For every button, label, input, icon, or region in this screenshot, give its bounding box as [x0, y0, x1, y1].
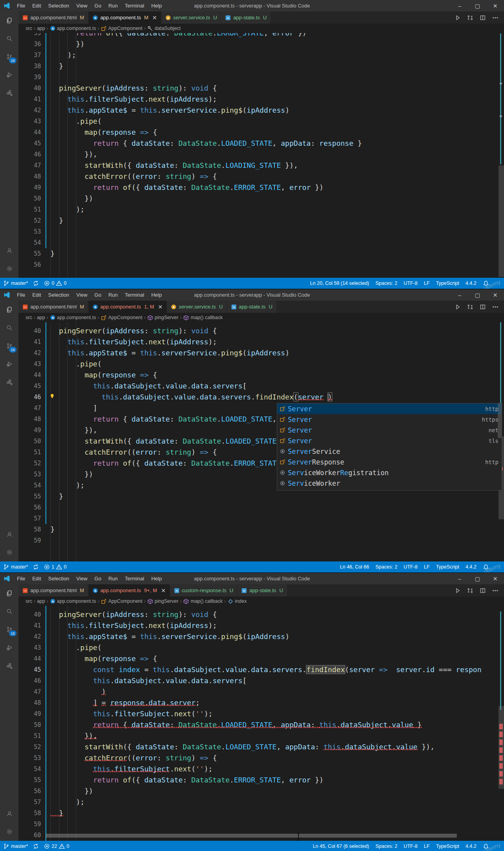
problems-indicator[interactable]: 220 — [44, 843, 69, 849]
activitybar-account-icon[interactable] — [0, 525, 19, 543]
activitybar-settings-gear-icon[interactable] — [0, 260, 19, 278]
breadcrumb-item-datasubject[interactable]: dataSubject — [147, 26, 181, 32]
activitybar-source-control-icon[interactable]: 15 — [0, 621, 19, 639]
split-editor-icon[interactable] — [480, 15, 486, 21]
breadcrumb-item-index[interactable]: index — [228, 598, 247, 604]
run-icon[interactable] — [454, 304, 461, 310]
restore-button[interactable]: ▢ — [469, 0, 486, 11]
suggest-item[interactable]: Servernet — [277, 425, 502, 435]
menu-item-help[interactable]: Help — [148, 3, 165, 9]
breadcrumb-item-appcomponent[interactable]: AppComponent — [101, 26, 143, 32]
suggest-item[interactable]: Serverhttp — [277, 403, 502, 414]
minimize-button[interactable]: – — [451, 289, 469, 301]
open-changes-icon[interactable] — [467, 587, 473, 594]
menu-item-terminal[interactable]: Terminal — [121, 3, 148, 9]
breadcrumb-item-map-callback[interactable]: map() callback — [183, 315, 222, 321]
close-button[interactable]: ✕ — [486, 573, 504, 584]
menu-item-run[interactable]: Run — [105, 3, 121, 9]
code-editor[interactable]: 35 return of({ dataState: DataState.ERRO… — [19, 33, 504, 278]
status-cursor-position[interactable]: Ln 46, Col 66 — [340, 564, 369, 570]
activitybar-run-debug-icon[interactable] — [0, 355, 19, 373]
tab-close-icon[interactable]: ✕ — [158, 304, 163, 310]
more-actions-icon[interactable] — [492, 587, 498, 594]
breadcrumb-item-src[interactable]: src — [26, 315, 32, 320]
status-eol-sequence[interactable]: LF — [424, 281, 430, 286]
branch-indicator[interactable]: master* — [3, 280, 28, 286]
bell-icon[interactable] — [483, 564, 489, 570]
tab-custom-response.ts[interactable]: tscustom-response.tsU — [170, 584, 237, 596]
run-icon[interactable] — [454, 15, 461, 21]
tab-server.service.ts[interactable]: Aserver.service.tsU — [167, 301, 227, 313]
breadcrumb-item-app[interactable]: app — [37, 26, 45, 31]
status-eol-sequence[interactable]: LF — [424, 844, 430, 849]
menu-item-terminal[interactable]: Terminal — [121, 292, 148, 298]
branch-indicator[interactable]: master* — [3, 564, 28, 570]
status-ts-version[interactable]: 4.4.2 — [465, 844, 476, 849]
activitybar-extensions-icon[interactable] — [0, 657, 19, 675]
status-language-mode[interactable]: TypeScript — [436, 844, 459, 849]
status-language-mode[interactable]: TypeScript — [436, 281, 459, 286]
sync-button[interactable] — [33, 564, 39, 570]
breadcrumb-item-pingserver[interactable]: pingServer — [147, 598, 178, 604]
activitybar-account-icon[interactable] — [0, 242, 19, 260]
menu-item-run[interactable]: Run — [105, 576, 121, 582]
activitybar-settings-gear-icon[interactable] — [0, 823, 19, 841]
breadcrumb-item-appcomponent[interactable]: AppComponent — [101, 598, 143, 604]
minimize-button[interactable]: – — [451, 573, 469, 584]
activitybar-files-icon[interactable] — [0, 584, 19, 602]
menu-item-go[interactable]: Go — [91, 576, 105, 582]
status-encoding[interactable]: UTF-8 — [404, 844, 417, 849]
problems-indicator[interactable]: 00 — [44, 280, 67, 286]
tab-close-icon[interactable]: ✕ — [161, 587, 166, 594]
status-cursor-position[interactable]: Ln 45, Col 67 (6 selected) — [313, 844, 369, 849]
activitybar-account-icon[interactable] — [0, 805, 19, 823]
menu-item-help[interactable]: Help — [148, 292, 165, 298]
menu-item-file[interactable]: File — [13, 3, 29, 9]
breadcrumb-item-app[interactable]: app — [37, 315, 45, 320]
vertical-scrollbar[interactable] — [498, 706, 504, 789]
minimize-button[interactable]: – — [451, 0, 469, 11]
open-changes-icon[interactable] — [467, 15, 473, 21]
menu-item-view[interactable]: View — [73, 292, 91, 298]
status-ts-version[interactable]: 4.4.2 — [465, 564, 476, 570]
activitybar-files-icon[interactable] — [0, 11, 19, 30]
activitybar-search-icon[interactable] — [0, 30, 19, 48]
breadcrumb-item-app[interactable]: app — [37, 598, 45, 604]
activitybar-source-control-icon[interactable]: 15 — [0, 48, 19, 66]
status-indentation[interactable]: Spaces: 2 — [376, 564, 398, 570]
tab-app-state.ts[interactable]: tsapp-state.tsU — [221, 11, 271, 24]
menu-item-file[interactable]: File — [13, 292, 29, 298]
suggest-item[interactable]: Servertls — [277, 435, 502, 446]
menu-item-go[interactable]: Go — [91, 292, 105, 298]
activitybar-source-control-icon[interactable]: 15 — [0, 337, 19, 355]
activitybar-search-icon[interactable] — [0, 602, 19, 621]
code-editor[interactable]: 3940 pingServer(ipAddress: string): void… — [19, 606, 504, 841]
tab-app.component.ts[interactable]: Aapp.component.tsM✕ — [89, 11, 161, 24]
open-changes-icon[interactable] — [467, 304, 473, 310]
activitybar-extensions-icon[interactable] — [0, 373, 19, 391]
menu-item-view[interactable]: View — [73, 576, 91, 582]
activitybar-run-debug-icon[interactable] — [0, 66, 19, 84]
menu-item-edit[interactable]: Edit — [29, 576, 44, 582]
breadcrumb-item-app-component-ts[interactable]: Aapp.component.ts — [50, 315, 96, 320]
tab-app-state.ts[interactable]: tsapp-state.tsU — [237, 584, 287, 596]
suggest-item[interactable]: Serverhttps — [277, 414, 502, 425]
menu-item-edit[interactable]: Edit — [29, 292, 44, 298]
menu-item-terminal[interactable]: Terminal — [121, 576, 148, 582]
status-ts-version[interactable]: 4.4.2 — [465, 281, 476, 286]
status-encoding[interactable]: UTF-8 — [404, 564, 417, 570]
status-encoding[interactable]: UTF-8 — [404, 281, 417, 286]
sync-button[interactable] — [33, 843, 39, 849]
status-eol-sequence[interactable]: LF — [424, 564, 430, 570]
split-editor-icon[interactable] — [480, 304, 486, 310]
breadcrumb-item-appcomponent[interactable]: AppComponent — [101, 315, 143, 321]
menu-item-view[interactable]: View — [73, 3, 91, 9]
breadcrumb-item-app-component-ts[interactable]: Aapp.component.ts — [50, 598, 96, 604]
bell-icon[interactable] — [483, 843, 489, 849]
menu-item-file[interactable]: File — [13, 576, 29, 582]
breadcrumb-item-pingserver[interactable]: pingServer — [147, 315, 178, 321]
activitybar-extensions-icon[interactable] — [0, 84, 19, 102]
run-icon[interactable] — [454, 587, 461, 594]
vertical-scrollbar[interactable] — [498, 165, 504, 277]
activitybar-run-debug-icon[interactable] — [0, 639, 19, 657]
